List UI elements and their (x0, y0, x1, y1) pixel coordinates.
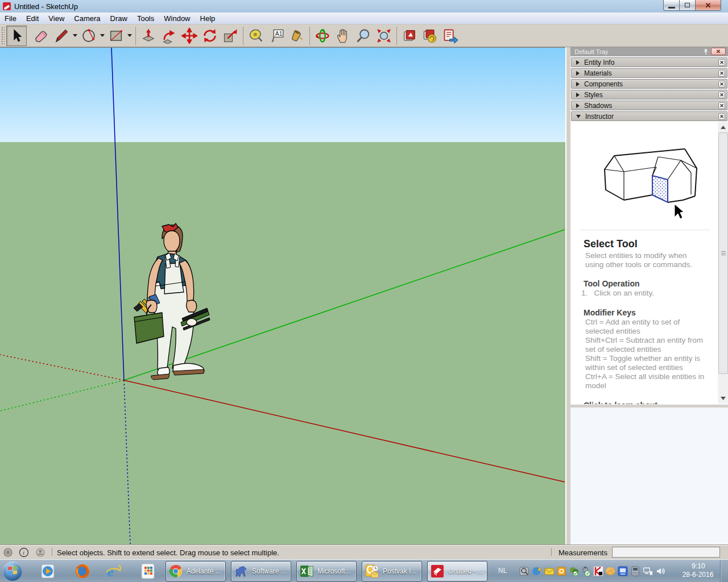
taskbar-button-untitled-sketchup[interactable]: Untitled - ... (427, 561, 487, 581)
chrome-icon (168, 564, 183, 579)
toolbar-grip[interactable] (1, 26, 5, 45)
modifier-line: Shift = Toggle whether an entity is with… (585, 354, 708, 372)
outlook-icon (365, 564, 379, 579)
tray-section-entity-info[interactable]: Entity Info ✕ (571, 57, 727, 67)
modifier-line: Ctrl+A = Select all visible entities in … (585, 372, 708, 390)
minimize-button[interactable] (663, 0, 680, 11)
status-icons[interactable]: i (3, 547, 48, 558)
clock-time[interactable]: 9:10 (680, 562, 717, 570)
menu-camera[interactable]: Camera (69, 13, 105, 24)
zoom-icon (355, 28, 371, 44)
tape-measure-tool-button[interactable] (246, 26, 266, 46)
line-tool-button[interactable] (51, 26, 72, 46)
section-close-button[interactable]: ✕ (718, 70, 725, 77)
tray-outlook-icon[interactable]: O (556, 566, 566, 576)
tray-close-button[interactable]: ✕ (711, 48, 726, 55)
measurements-input[interactable] (612, 547, 720, 558)
model-tool-2-button[interactable] (420, 26, 440, 46)
language-indicator[interactable]: NL (498, 567, 507, 575)
text-tool-button[interactable]: A1 (266, 26, 287, 46)
zoom-extents-tool-button[interactable] (374, 26, 394, 46)
tray-title-bar[interactable]: Default Tray ✕ (570, 47, 728, 56)
follow-me-tool-button[interactable] (159, 26, 179, 46)
arc-tool-button[interactable] (78, 26, 99, 46)
zoom-tool-button[interactable] (353, 26, 374, 46)
close-button[interactable]: ✕ (696, 0, 721, 11)
section-close-button[interactable]: ✕ (718, 81, 725, 88)
section-close-button[interactable]: ✕ (718, 59, 725, 66)
tray-update-warning-icon[interactable] (532, 566, 542, 576)
export-tool-button[interactable] (440, 26, 461, 46)
arc-tool-dropdown[interactable] (99, 26, 106, 46)
tray-section-styles[interactable]: Styles ✕ (571, 90, 727, 99)
shape-tool-button[interactable] (106, 26, 126, 46)
3d-viewport[interactable] (0, 47, 565, 544)
select-tool-button[interactable] (6, 26, 27, 46)
menu-edit[interactable]: Edit (22, 13, 44, 24)
internet-explorer-icon[interactable]: e (105, 563, 122, 579)
paint-bucket-tool-button[interactable] (287, 26, 307, 46)
windows-taskbar: e Adelante ... (0, 559, 728, 582)
menu-file[interactable]: File (0, 13, 22, 24)
tray-remote-desktop-icon[interactable] (618, 566, 628, 576)
instructor-scrollbar[interactable] (718, 122, 728, 403)
section-close-button[interactable]: ✕ (718, 92, 725, 98)
tray-kaspersky-icon[interactable] (593, 566, 603, 576)
clock-date[interactable]: 28-6-2016 (677, 571, 719, 579)
arc-icon (81, 28, 97, 44)
ground (0, 142, 565, 545)
taskbar-button-postvak[interactable]: Postvak I... (362, 561, 422, 581)
rotate-tool-button[interactable] (200, 26, 220, 46)
media-player-icon[interactable] (40, 563, 57, 579)
tray-network-icon[interactable] (643, 566, 653, 576)
firefox-icon[interactable] (74, 563, 91, 579)
sketchup-icon (430, 564, 445, 579)
tray-section-components[interactable]: Components ✕ (571, 79, 727, 89)
orbit-tool-button[interactable] (312, 26, 333, 46)
instructor-house-image (597, 140, 705, 225)
scale-tool-button[interactable] (220, 26, 241, 46)
scrollbar-up-button[interactable] (718, 122, 728, 132)
tray-pie-icon[interactable] (605, 566, 615, 576)
pin-icon[interactable] (703, 48, 709, 55)
line-tool-dropdown[interactable] (72, 26, 78, 46)
shape-tool-dropdown[interactable] (126, 26, 133, 46)
app-grid-icon[interactable] (139, 563, 156, 579)
taskbar-button-microsoft[interactable]: Microsoft... (296, 561, 357, 581)
menu-tools[interactable]: Tools (133, 13, 159, 24)
taskbar-button-software[interactable]: Software ... (231, 561, 291, 581)
model-tool-1-button[interactable] (399, 26, 420, 46)
show-desktop-button[interactable] (720, 560, 728, 582)
section-close-button[interactable]: ✕ (718, 113, 725, 120)
instructor-operation-step: 1. Click on an entity. (581, 289, 712, 298)
svg-text:O: O (559, 568, 564, 575)
scrollbar-thumb[interactable] (718, 132, 728, 374)
pan-tool-button[interactable] (333, 26, 353, 46)
measurements-label: Measurements (559, 548, 607, 557)
section-label: Instructor (585, 113, 614, 120)
move-tool-button[interactable] (179, 26, 200, 46)
tray-settings-sync-icon[interactable] (569, 566, 579, 576)
restore-button[interactable] (680, 0, 696, 11)
menu-view[interactable]: View (44, 13, 69, 24)
instructor-operation-title: Tool Operation (584, 279, 640, 288)
menu-window[interactable]: Window (159, 13, 195, 24)
tray-section-instructor[interactable]: Instructor ✕ (571, 111, 727, 121)
push-pull-tool-button[interactable] (138, 26, 159, 46)
tray-mail-icon[interactable] (544, 566, 555, 576)
tray-search-icon[interactable] (519, 566, 530, 576)
tray-phone-icon[interactable] (630, 566, 640, 576)
start-button[interactable] (3, 562, 22, 581)
tray-usb-icon[interactable] (581, 566, 591, 576)
scrollbar-down-button[interactable] (718, 393, 728, 403)
menu-draw[interactable]: Draw (106, 13, 133, 24)
taskbar-button-adelante[interactable]: Adelante ... (166, 561, 226, 581)
tray-volume-icon[interactable] (656, 566, 666, 576)
modifier-line: Shift+Ctrl = Subtract an entity from set… (585, 336, 708, 354)
section-close-button[interactable]: ✕ (718, 102, 725, 109)
eraser-tool-button[interactable] (31, 26, 51, 46)
tray-section-materials[interactable]: Materials ✕ (571, 68, 727, 78)
menu-help[interactable]: Help (196, 13, 221, 24)
tray-section-shadows[interactable]: Shadows ✕ (571, 101, 727, 110)
tray-title: Default Tray (574, 48, 608, 55)
